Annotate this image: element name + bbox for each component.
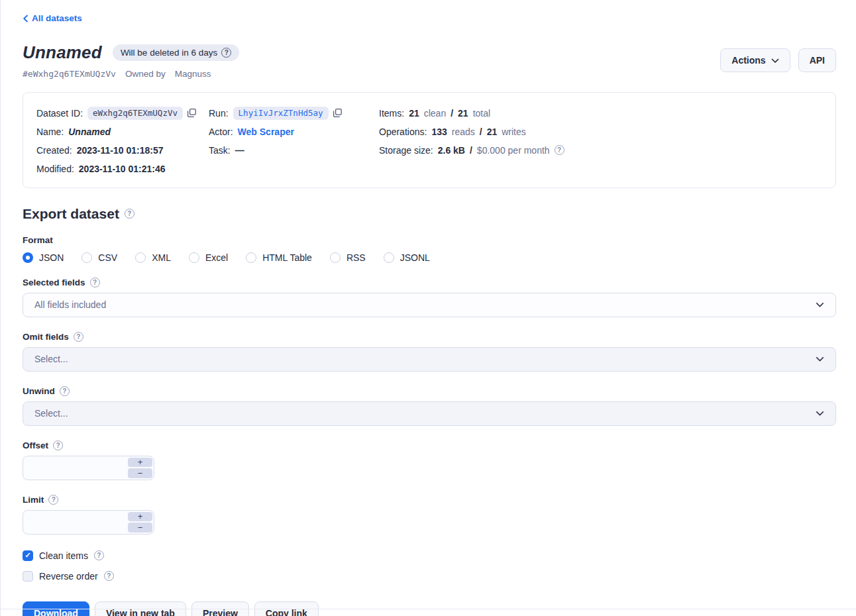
help-icon[interactable]: ? [221,48,231,58]
copy-icon[interactable] [333,108,343,118]
copy-icon[interactable] [187,108,197,118]
format-radio-jsonl[interactable]: JSONL [384,252,430,263]
modified-row: Modified: 2023-11-10 01:21:46 [36,160,209,178]
radio-icon[interactable] [189,252,199,263]
limit-label: Limit ? [23,495,836,505]
created-label: Created: [36,145,72,156]
modified-label: Modified: [36,164,74,174]
radio-icon[interactable] [81,252,92,263]
format-radio-csv[interactable]: CSV [81,252,117,263]
clean-items-checkbox[interactable] [23,550,33,561]
modified-value: 2023-11-10 01:21:46 [79,164,166,174]
items-row: Items: 21 clean / 21 total [379,104,822,123]
radio-icon[interactable] [246,252,256,263]
dataset-id-row: Dataset ID: eWxhg2q6TEXmUQzVv [36,104,209,123]
chevron-down-icon [816,299,824,310]
chevron-down-icon [816,354,824,364]
limit-stepper-buttons: + − [128,512,152,533]
header-subline: #eWxhg2q6TEXmUQzVv Owned by Magnuss [23,69,239,79]
owner-name: Magnuss [175,69,211,79]
format-radio-json[interactable]: JSON [23,252,64,263]
format-radio-label: HTML Table [262,252,312,263]
task-value: — [235,145,244,156]
radio-icon[interactable] [384,252,394,263]
owned-by-label: Owned by [125,69,166,79]
info-column-right: Items: 21 clean / 21 total Operations: 1… [379,104,822,178]
actor-link[interactable]: Web Scraper [238,127,294,137]
breadcrumb-label[interactable]: All datasets [32,13,82,23]
help-icon[interactable]: ? [104,571,114,581]
breadcrumb-all-datasets[interactable]: All datasets [23,13,82,23]
slash: / [470,145,472,156]
reads-suffix: reads [452,127,475,137]
clean-items-label: Clean items [39,550,88,561]
chevron-down-icon [816,408,824,419]
help-icon[interactable]: ? [94,550,104,560]
actor-label: Actor: [209,127,233,137]
format-radio-label: JSONL [400,252,430,263]
unwind-placeholder: Select... [34,408,68,419]
header-left: Unnamed Will be deleted in 6 days ? #eWx… [23,42,239,79]
deletion-badge: Will be deleted in 6 days ? [113,44,239,61]
name-label: Name: [36,127,64,137]
help-icon[interactable]: ? [74,332,83,342]
omit-fields-label: Omit fields ? [23,332,836,342]
items-total-suffix: total [473,108,490,119]
format-radio-label: JSON [39,252,64,263]
format-radio-rss[interactable]: RSS [330,252,366,263]
dataset-id-label: Dataset ID: [36,108,83,119]
radio-icon[interactable] [23,252,33,263]
slash: / [480,127,482,137]
export-section-header: Export dataset ? [23,206,836,222]
limit-input[interactable] [23,511,126,534]
storage-size-value: 2.6 kB [438,145,465,156]
items-clean-count: 21 [409,108,419,119]
items-total-count: 21 [458,108,468,119]
reverse-order-label: Reverse order [39,571,98,582]
omit-fields-placeholder: Select... [34,354,68,364]
offset-input[interactable] [23,456,126,480]
run-id-chip[interactable]: LhyiIvJrxZTnHd5ay [233,107,329,120]
help-icon[interactable]: ? [53,440,63,450]
storage-row: Storage size: 2.6 kB / $0.000 per month … [379,141,822,160]
created-value: 2023-11-10 01:18:57 [77,145,164,156]
format-radio-label: Excel [205,252,228,263]
run-row: Run: LhyiIvJrxZTnHd5ay [209,104,379,123]
decrement-button[interactable]: − [128,468,152,478]
help-icon[interactable]: ? [90,278,100,287]
items-label: Items: [379,108,404,119]
dataset-detail-page: All datasets Unnamed Will be deleted in … [0,0,856,616]
reverse-order-checkbox[interactable] [23,571,33,582]
increment-button[interactable]: + [128,512,152,522]
name-row: Name: Unnamed [36,123,209,141]
unwind-label: Unwind ? [23,386,836,396]
radio-icon[interactable] [330,252,341,263]
format-radio-xml[interactable]: XML [135,252,171,263]
help-icon[interactable]: ? [125,209,134,219]
info-column-middle: Run: LhyiIvJrxZTnHd5ay Actor: Web Scrape… [209,104,379,178]
offset-stepper: + − [23,456,154,480]
help-icon[interactable]: ? [48,495,58,505]
format-radio-html-table[interactable]: HTML Table [246,252,312,263]
api-button[interactable]: API [798,48,836,72]
radio-icon[interactable] [135,252,146,263]
operations-row: Operations: 133 reads / 21 writes [379,123,822,141]
increment-button[interactable]: + [128,458,152,468]
omit-fields-dropdown[interactable]: Select... [23,347,836,372]
help-icon[interactable]: ? [555,145,564,155]
dataset-id-chip[interactable]: eWxhg2q6TEXmUQzVv [87,107,183,120]
selected-fields-dropdown[interactable]: All fields included [23,293,836,317]
help-icon[interactable]: ? [60,386,70,396]
storage-label: Storage size: [379,145,433,156]
format-radio-label: CSV [98,252,117,263]
decrement-button[interactable]: − [128,523,152,533]
selected-fields-label: Selected fields ? [23,278,836,287]
actions-button[interactable]: Actions [720,48,790,72]
selected-fields-label-text: Selected fields [23,278,85,287]
format-label-text: Format [23,235,53,245]
unwind-dropdown[interactable]: Select... [23,401,836,426]
clean-items-row: Clean items ? [23,550,836,561]
actions-button-label: Actions [731,55,765,66]
omit-fields-label-text: Omit fields [23,332,69,342]
format-radio-excel[interactable]: Excel [189,252,228,263]
